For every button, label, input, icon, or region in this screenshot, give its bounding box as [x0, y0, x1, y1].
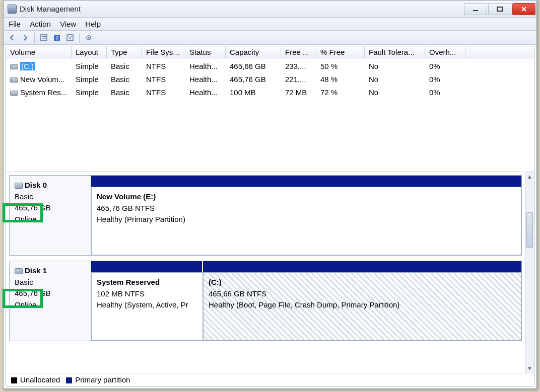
table-row[interactable]: New Volum...SimpleBasicNTFSHealth...465,…	[6, 72, 534, 86]
col-status[interactable]: Status	[185, 46, 226, 58]
table-header: Volume Layout Type File Sys... Status Ca…	[6, 46, 534, 58]
col-free[interactable]: Free ...	[281, 46, 316, 58]
svg-rect-2	[42, 36, 46, 37]
menu-action[interactable]: Action	[30, 20, 51, 28]
disk-pane: Disk 0Basic465,76 GBOnlineNew Volume (E:…	[6, 172, 534, 373]
col-filesys[interactable]: File Sys...	[142, 46, 185, 58]
table-row[interactable]: System Res...SimpleBasicNTFSHealth...100…	[6, 86, 534, 99]
partition[interactable]: (C:)465,66 GB NTFSHealthy (Boot, Page Fi…	[203, 272, 521, 341]
partition[interactable]: New Volume (E:)465,76 GB NTFSHealthy (Pr…	[91, 187, 521, 255]
legend-primary: Primary partition	[66, 375, 130, 384]
refresh-button[interactable]	[64, 32, 76, 43]
scrollbar[interactable]: ▲ ▼	[525, 172, 534, 373]
help-button[interactable]: ?	[51, 32, 62, 43]
settings-button[interactable]	[83, 32, 94, 43]
drive-icon	[10, 77, 18, 83]
col-volume[interactable]: Volume	[6, 46, 72, 58]
drive-icon	[10, 91, 18, 96]
svg-rect-0	[497, 7, 502, 11]
col-capacity[interactable]: Capacity	[226, 46, 281, 58]
col-fault[interactable]: Fault Tolera...	[365, 46, 425, 58]
scroll-up[interactable]: ▲	[525, 172, 534, 181]
titlebar[interactable]: Disk Management	[4, 1, 536, 18]
properties-button[interactable]	[38, 32, 49, 43]
svg-rect-3	[42, 38, 46, 39]
col-pctfree[interactable]: % Free	[316, 46, 365, 58]
drive-icon	[10, 64, 18, 69]
menubar: File Action View Help	[4, 18, 536, 31]
col-type[interactable]: Type	[107, 46, 142, 58]
menu-view[interactable]: View	[60, 20, 76, 28]
col-overhead[interactable]: Overh...	[425, 46, 465, 58]
app-icon	[8, 5, 17, 14]
disk-management-window: Disk Management File Action View Help	[3, 0, 537, 389]
legend-unallocated: Unallocated	[11, 375, 60, 384]
table-row[interactable]: (C:)SimpleBasicNTFSHealth...465,66 GB233…	[6, 59, 534, 72]
highlight-box-2	[3, 289, 43, 308]
menu-file[interactable]: File	[9, 20, 21, 28]
disk-icon	[15, 268, 23, 274]
disk-block: Disk 0Basic465,76 GBOnlineNew Volume (E:…	[9, 175, 522, 256]
disk-icon	[15, 183, 23, 189]
minimize-button[interactable]	[464, 3, 487, 15]
col-layout[interactable]: Layout	[72, 46, 107, 58]
svg-text:?: ?	[55, 35, 58, 41]
scroll-thumb[interactable]	[526, 212, 533, 248]
window-title: Disk Management	[20, 5, 464, 13]
content-area: Volume Layout Type File Sys... Status Ca…	[6, 46, 534, 386]
volume-table: Volume Layout Type File Sys... Status Ca…	[6, 46, 534, 172]
highlight-box-1	[3, 203, 43, 222]
back-button[interactable]	[7, 32, 18, 43]
svg-point-8	[88, 37, 90, 38]
maximize-button[interactable]	[488, 3, 511, 15]
forward-button[interactable]	[20, 32, 31, 43]
partition[interactable]: System Reserved102 MB NTFSHealthy (Syste…	[91, 272, 203, 341]
scroll-down[interactable]: ▼	[525, 364, 534, 373]
legend: Unallocated Primary partition	[6, 373, 534, 386]
disk-block: Disk 1Basic465,76 GBOnlineSystem Reserve…	[9, 261, 522, 341]
menu-help[interactable]: Help	[85, 20, 101, 28]
close-button[interactable]	[512, 3, 535, 15]
toolbar: ?	[4, 31, 536, 45]
